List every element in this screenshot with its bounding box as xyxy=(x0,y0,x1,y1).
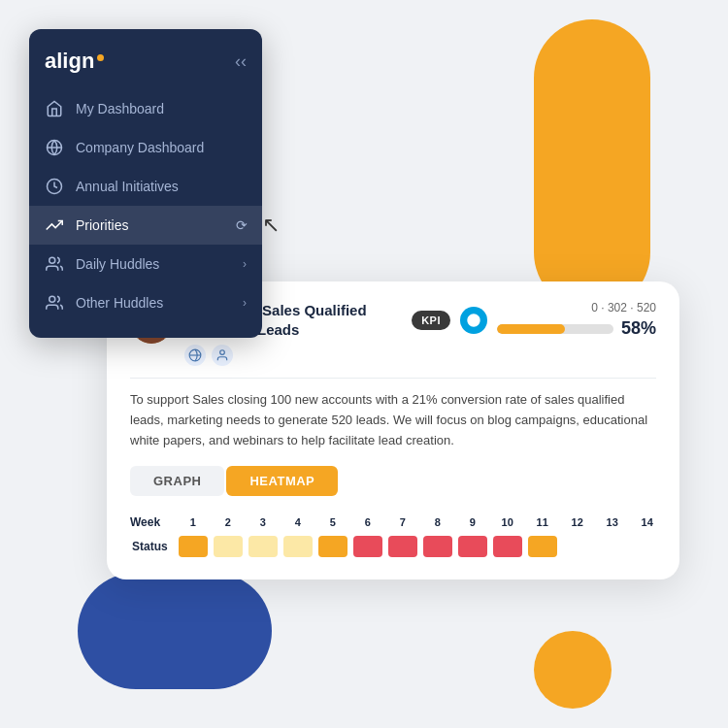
heatmap-table: Week 1 2 3 4 5 6 7 8 9 10 11 12 13 14 xyxy=(130,512,656,560)
progress-section: 0 · 302 · 520 58% xyxy=(497,301,656,339)
card-description: To support Sales closing 100 new account… xyxy=(130,390,656,450)
people2-icon xyxy=(45,293,64,313)
status-cell-10 xyxy=(490,533,525,560)
week-4: 4 xyxy=(281,512,315,533)
decorative-orange-circle xyxy=(534,631,612,709)
status-cell-6 xyxy=(350,533,385,560)
loading-indicator: ⟳ xyxy=(236,217,248,233)
people-icon xyxy=(45,254,64,274)
week-13: 13 xyxy=(595,512,630,533)
status-cell-12 xyxy=(560,533,595,560)
week-9: 9 xyxy=(455,512,490,533)
progress-bar xyxy=(497,324,613,334)
status-cell-9 xyxy=(455,533,490,560)
tab-graph[interactable]: GRAPH xyxy=(130,466,224,496)
arrow-right-icon: › xyxy=(243,257,247,271)
cursor-icon: ↖ xyxy=(262,213,280,238)
tab-heatmap[interactable]: HEATMAP xyxy=(226,466,338,496)
kpi-badge: KPI xyxy=(412,311,450,330)
week-6: 6 xyxy=(350,512,385,533)
progress-bar-fill xyxy=(497,324,565,334)
heatmap-section: Week 1 2 3 4 5 6 7 8 9 10 11 12 13 14 xyxy=(130,512,656,560)
week-3: 3 xyxy=(246,512,281,533)
card-divider xyxy=(130,378,656,379)
status-cell-14 xyxy=(630,533,656,560)
week-7: 7 xyxy=(385,512,420,533)
status-cell-5 xyxy=(315,533,350,560)
trending-icon xyxy=(45,215,64,235)
status-label: Status xyxy=(130,533,176,560)
week-11: 11 xyxy=(525,512,560,533)
globe-icon xyxy=(45,138,64,157)
status-cell-1 xyxy=(176,533,211,560)
svg-point-3 xyxy=(50,257,55,263)
sidebar-item-daily-huddles[interactable]: Daily Huddles › xyxy=(29,245,262,283)
logo-text: align xyxy=(45,49,104,74)
svg-point-7 xyxy=(220,350,225,355)
card-meta: KPI 0 · 302 · 520 58% xyxy=(412,301,656,339)
week-8: 8 xyxy=(420,512,455,533)
week-12: 12 xyxy=(560,512,595,533)
decorative-blue-shape xyxy=(78,573,272,689)
sidebar: align ‹‹ My Dashboard Company Dashboard xyxy=(29,29,262,338)
logo-dot xyxy=(97,54,104,61)
status-cell-2 xyxy=(211,533,246,560)
clock-icon xyxy=(45,177,64,196)
sidebar-item-priorities[interactable]: Priorities ↖ ⟳ xyxy=(29,206,262,245)
arrow-right-icon-2: › xyxy=(243,296,247,310)
card-badges xyxy=(184,345,400,366)
sidebar-item-annual-initiatives[interactable]: Annual Initiatives xyxy=(29,167,262,206)
salesforce-icon xyxy=(460,307,487,334)
home-icon xyxy=(45,99,64,118)
sidebar-item-my-dashboard[interactable]: My Dashboard xyxy=(29,89,262,128)
sidebar-item-other-huddles[interactable]: Other Huddles › xyxy=(29,283,262,322)
week-1: 1 xyxy=(176,512,211,533)
status-cell-4 xyxy=(281,533,315,560)
status-cell-13 xyxy=(595,533,630,560)
week-10: 10 xyxy=(490,512,525,533)
tab-bar: GRAPH HEATMAP xyxy=(130,466,656,496)
decorative-orange-bar xyxy=(534,19,650,311)
sidebar-logo: align ‹‹ xyxy=(29,45,262,89)
badge-globe-icon xyxy=(184,345,206,366)
week-5: 5 xyxy=(315,512,350,533)
week-header: Week xyxy=(130,512,176,533)
status-cell-11 xyxy=(525,533,560,560)
status-cell-8 xyxy=(420,533,455,560)
week-14: 14 xyxy=(630,512,656,533)
progress-numbers: 0 · 302 · 520 xyxy=(591,301,656,314)
sidebar-item-company-dashboard[interactable]: Company Dashboard xyxy=(29,128,262,167)
progress-pct: 58% xyxy=(621,318,656,339)
badge-user-icon xyxy=(212,345,233,366)
week-2: 2 xyxy=(211,512,246,533)
svg-point-4 xyxy=(50,296,55,302)
status-cell-3 xyxy=(246,533,281,560)
collapse-icon[interactable]: ‹‹ xyxy=(235,51,247,72)
status-cell-7 xyxy=(385,533,420,560)
